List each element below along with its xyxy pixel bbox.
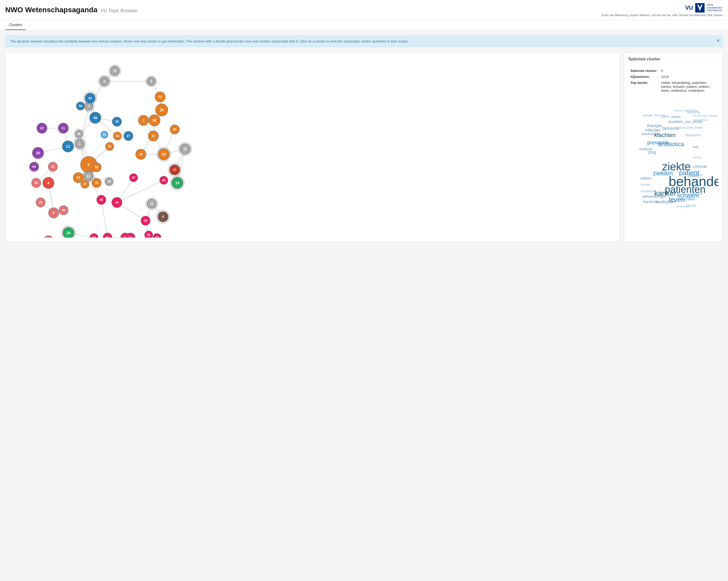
word-cloud-word[interactable]: bevolking: [687, 110, 700, 114]
svg-text:22: 22: [40, 126, 44, 130]
svg-text:26: 26: [183, 147, 187, 151]
word-cloud-word[interactable]: therapieen: [685, 133, 701, 137]
word-cloud-word[interactable]: ziektes: [640, 176, 652, 180]
graph-node[interactable]: 36: [149, 115, 160, 126]
graph-node[interactable]: 23: [155, 92, 165, 102]
graph-node[interactable]: 10: [157, 147, 171, 161]
word-cloud-word[interactable]: bacterien: [643, 200, 658, 204]
graph-node[interactable]: 40: [160, 176, 168, 184]
graph-node[interactable]: 13: [62, 141, 74, 152]
word-cloud-word[interactable]: tumor: [693, 155, 701, 159]
svg-text:47: 47: [132, 176, 135, 179]
top-words-value: ziekte, behandeling, patienten, kanker, …: [659, 80, 718, 93]
word-cloud-word[interactable]: methode: [693, 165, 707, 169]
authors: Emiel van Miltenburg, Kasper Welbers, He…: [601, 14, 723, 17]
graph-node[interactable]: 48: [59, 206, 68, 215]
header: NWO Wetenschapsaganda VU Topic Browser V…: [0, 0, 728, 20]
graph-node[interactable]: 61: [103, 233, 112, 237]
graph-node[interactable]: 51: [101, 131, 108, 138]
graph-node[interactable]: 31: [148, 131, 159, 141]
graph-node[interactable]: 64: [29, 162, 39, 172]
word-cloud-word[interactable]: ziekten: [653, 170, 673, 177]
word-cloud-word[interactable]: chronische_ziekten: [693, 114, 717, 117]
graph-node[interactable]: 55: [145, 231, 153, 237]
graph-node[interactable]: 42: [112, 197, 122, 208]
questions-value: 1214: [659, 74, 718, 79]
graph-node[interactable]: 35: [112, 117, 122, 126]
svg-text:37: 37: [83, 182, 87, 186]
graph-node[interactable]: 29: [105, 142, 114, 151]
graph-node[interactable]: 27: [124, 131, 133, 141]
graph-node[interactable]: 63: [31, 178, 41, 187]
graph-node[interactable]: 18: [155, 104, 168, 116]
graph-node[interactable]: 8: [156, 210, 170, 223]
graph-node[interactable]: 25: [36, 198, 45, 207]
graph-container[interactable]: 0123456789101112131415161718192021222324…: [5, 52, 620, 242]
graph-node[interactable]: 39: [170, 125, 179, 134]
graph-node[interactable]: 20: [32, 147, 44, 159]
word-cloud-word[interactable]: therapie: [647, 124, 662, 128]
word-cloud-word[interactable]: reactic: [694, 174, 703, 177]
word-cloud-word[interactable]: herstel: [686, 203, 696, 207]
word-cloud-word[interactable]: vaatziekten: [693, 118, 707, 121]
header-right: VU VRIJEUNIVERSITEITAMSTERDAM Emiel van …: [601, 3, 723, 17]
graph-node[interactable]: 5: [146, 76, 157, 87]
svg-text:15: 15: [175, 181, 179, 185]
graph-node[interactable]: 9: [48, 208, 59, 218]
word-cloud-word[interactable]: medicijnen: [656, 200, 675, 204]
svg-text:42: 42: [115, 201, 119, 204]
graph-node[interactable]: 43: [84, 92, 97, 105]
graph-node[interactable]: 44: [113, 132, 122, 140]
word-cloud-word[interactable]: resistentie: [641, 189, 656, 193]
graph-node[interactable]: 38: [74, 129, 84, 139]
graph-node[interactable]: 12: [146, 198, 158, 210]
word-cloud-word[interactable]: dementie: [662, 126, 679, 131]
svg-text:30: 30: [144, 219, 147, 223]
nav-clusters[interactable]: Clusters: [5, 20, 26, 30]
word-cloud-word[interactable]: medicijn: [639, 147, 652, 151]
info-banner-close[interactable]: ×: [717, 38, 720, 43]
svg-text:53: 53: [77, 176, 80, 179]
word-cloud-word[interactable]: oorzaken: [680, 197, 696, 201]
word-cloud-word[interactable]: behandelingen: [643, 194, 667, 199]
graph-node[interactable]: 19: [105, 177, 113, 186]
word-cloud-word[interactable]: artsen: [671, 115, 681, 119]
word-cloud-word[interactable]: spijn: [691, 184, 697, 187]
graph-node[interactable]: 4: [43, 177, 54, 188]
cluster-panel: Selected cluster Selected cluster: 6 #Qu…: [624, 52, 723, 242]
vu-logo-text: VU: [685, 4, 693, 11]
graph-node[interactable]: 34: [61, 226, 76, 237]
graph-node[interactable]: 22: [37, 123, 47, 133]
graph-node[interactable]: 30: [141, 216, 150, 225]
graph-node[interactable]: 17: [168, 163, 181, 176]
graph-node[interactable]: 15: [170, 176, 184, 190]
svg-text:2: 2: [143, 119, 145, 122]
graph-node[interactable]: 50: [76, 102, 85, 110]
graph-node[interactable]: 62: [90, 233, 98, 237]
cluster-value: 6: [659, 68, 718, 74]
word-cloud-word[interactable]: kosten: [641, 183, 651, 186]
app-subtitle: VU Topic Browser: [101, 8, 138, 14]
top-words-label: Top words:: [629, 80, 659, 93]
graph-node[interactable]: 46: [89, 112, 101, 124]
word-cloud-word[interactable]: diagnose: [689, 192, 702, 196]
graph-node[interactable]: 41: [48, 162, 57, 172]
graph-node[interactable]: 21: [58, 123, 69, 133]
word-cloud-word[interactable]: preventie: [647, 140, 669, 146]
graph-node[interactable]: 53: [73, 173, 84, 183]
graph-node[interactable]: 26: [179, 143, 192, 155]
word-cloud-word[interactable]: stoornissen: [641, 132, 660, 136]
word-cloud-word[interactable]: chronische_ziekte: [678, 126, 703, 129]
graph-node[interactable]: 54: [153, 233, 161, 237]
graph-node[interactable]: 47: [129, 174, 138, 182]
graph-node[interactable]: 32: [92, 162, 101, 172]
graph-node[interactable]: 2: [138, 115, 149, 126]
word-cloud-word[interactable]: geneh: [662, 115, 670, 118]
graph-node[interactable]: 49: [97, 195, 106, 204]
graph-node[interactable]: 1: [74, 138, 86, 150]
word-cloud-word[interactable]: arts: [693, 145, 699, 149]
svg-text:33: 33: [86, 175, 90, 178]
graph-node[interactable]: 24: [136, 149, 146, 159]
svg-text:52: 52: [129, 236, 132, 237]
graph-node[interactable]: 45: [44, 235, 53, 237]
